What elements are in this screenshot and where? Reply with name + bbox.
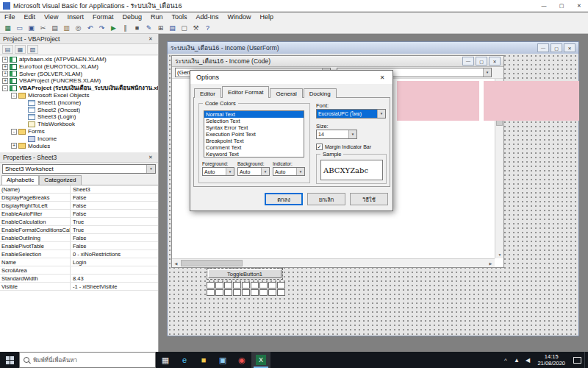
property-value[interactable]: True xyxy=(71,218,158,225)
menu-run[interactable]: Run xyxy=(146,13,168,22)
scroll-right-icon[interactable]: ▶ xyxy=(487,259,495,268)
property-value[interactable] xyxy=(71,266,158,274)
close-icon[interactable]: ✕ xyxy=(570,0,588,12)
start-button[interactable] xyxy=(0,352,19,368)
cancel-button[interactable]: ยกเลิก xyxy=(307,193,345,205)
collapse-icon[interactable]: - xyxy=(2,85,8,91)
textbox-control[interactable] xyxy=(233,282,241,289)
tree-item[interactable]: Income xyxy=(0,135,158,143)
menu-file[interactable]: File xyxy=(0,13,20,22)
property-value[interactable]: False xyxy=(71,194,158,201)
menu-window[interactable]: Window xyxy=(223,13,256,22)
property-value[interactable]: True xyxy=(71,226,158,233)
textbox-control[interactable] xyxy=(215,282,223,289)
taskbar-search[interactable]: พิมพ์ที่นี่เพื่อค้นหา xyxy=(19,352,156,368)
tree-item[interactable]: +Modules xyxy=(0,143,158,150)
color-list-item[interactable]: Breakpoint Text xyxy=(204,138,304,144)
tree-item[interactable]: Sheet1 (Income) xyxy=(0,99,158,107)
menu-edit[interactable]: Edit xyxy=(20,13,40,22)
togglebutton-control[interactable]: ToggleButton1 xyxy=(207,268,283,280)
textbox-control[interactable] xyxy=(233,289,241,296)
run-icon[interactable]: ▶ xyxy=(108,23,119,32)
textbox-control[interactable] xyxy=(224,289,232,296)
expand-icon[interactable]: + xyxy=(2,64,8,70)
color-list-item[interactable]: Normal Text xyxy=(204,111,304,118)
scrollbar-thumb[interactable] xyxy=(181,260,243,266)
cut-icon[interactable]: ✂ xyxy=(37,23,49,32)
tree-item[interactable]: ThisWorkbook xyxy=(0,121,158,128)
background-dropdown[interactable]: Auto ▼ xyxy=(237,167,270,176)
color-list-item[interactable]: Execution Point Text xyxy=(204,131,304,138)
foreground-dropdown[interactable]: Auto ▼ xyxy=(202,167,234,176)
textbox-control[interactable] xyxy=(251,289,259,296)
scroll-down-icon[interactable]: ▼ xyxy=(495,250,504,258)
color-list-item[interactable]: Selection Text xyxy=(204,118,304,124)
property-row[interactable]: EnableSelection0 - xlNoRestrictions xyxy=(0,250,158,258)
design-mode-icon[interactable]: ✎ xyxy=(143,23,154,32)
chevron-down-icon[interactable]: ▼ xyxy=(348,130,356,138)
tree-item[interactable]: +Solver (SOLVER.XLAM) xyxy=(0,71,158,78)
font-dropdown[interactable]: EucrosiaUPC (ไทย) ▼ xyxy=(316,109,386,118)
property-value[interactable]: 8.43 xyxy=(71,275,158,282)
copy-icon[interactable]: ▤ xyxy=(49,23,60,32)
userform-window-titlebar[interactable]: ระบบเงิน_เดือน16 - Income (UserForm) — ▢… xyxy=(168,42,578,54)
view-excel-icon[interactable]: ▦ xyxy=(2,23,13,32)
tree-item[interactable]: -Microsoft Excel Objects xyxy=(0,92,158,99)
redo-icon[interactable]: ↷ xyxy=(96,23,107,32)
file-explorer-icon[interactable]: ■ xyxy=(194,352,213,368)
maximize-icon[interactable]: ▢ xyxy=(551,43,562,52)
property-value[interactable]: 0 - xlNoRestrictions xyxy=(71,250,158,258)
textbox-control[interactable] xyxy=(215,289,223,296)
menu-format[interactable]: Format xyxy=(88,13,118,22)
expand-icon[interactable]: + xyxy=(2,71,8,77)
tree-item[interactable]: +EuroTool (EUROTOOL.XLAM) xyxy=(0,63,158,71)
chevron-down-icon[interactable]: ▼ xyxy=(377,110,385,118)
maximize-icon[interactable]: ▢ xyxy=(553,0,570,12)
break-icon[interactable]: ∥ xyxy=(120,23,131,32)
scroll-left-icon[interactable]: ◀ xyxy=(172,259,180,268)
expand-icon[interactable]: + xyxy=(11,143,17,149)
chevron-down-icon[interactable]: ▼ xyxy=(226,168,234,175)
close-icon[interactable]: ✕ xyxy=(564,43,576,52)
chevron-down-icon[interactable]: ▼ xyxy=(483,68,491,77)
property-value[interactable]: Login xyxy=(71,258,158,266)
tab-alphabetic[interactable]: Alphabetic xyxy=(1,175,39,185)
save-icon[interactable]: ▣ xyxy=(26,23,37,32)
close-icon[interactable]: ✕ xyxy=(372,74,392,81)
color-list-item[interactable]: Syntax Error Text xyxy=(204,124,304,131)
property-row[interactable]: StandardWidth8.43 xyxy=(0,275,158,283)
property-row[interactable]: ScrollArea xyxy=(0,266,158,275)
textbox-control[interactable] xyxy=(207,289,215,296)
textbox-control[interactable] xyxy=(277,289,285,296)
toggle-folders-icon[interactable]: ▧ xyxy=(27,45,38,54)
help-button[interactable]: วิธีใช้ xyxy=(350,193,388,205)
task-view-icon[interactable]: ▦ xyxy=(156,352,175,368)
show-desktop-button[interactable] xyxy=(584,352,588,368)
property-row[interactable]: EnableAutoFilterFalse xyxy=(0,210,158,218)
close-icon[interactable]: ✕ xyxy=(146,36,155,42)
property-row[interactable]: DisplayRightToLeftFalse xyxy=(0,202,158,210)
textbox-control[interactable] xyxy=(268,289,276,296)
tree-item[interactable]: Sheet2 (Oncost) xyxy=(0,107,158,114)
minimize-icon[interactable]: — xyxy=(535,0,553,12)
textbox-control[interactable] xyxy=(207,282,215,289)
tree-item[interactable]: -VBAProject (ระบบเงินเดือน_ระบบเงินเดือน… xyxy=(0,85,158,92)
textbox-control[interactable] xyxy=(242,289,250,296)
textbox-control[interactable] xyxy=(224,282,232,289)
property-row[interactable]: (Name)Sheet3 xyxy=(0,185,158,194)
tree-item[interactable]: +VBAProject (FUNCRES.XLAM) xyxy=(0,77,158,85)
tree-item[interactable]: -Forms xyxy=(0,128,158,135)
textbox-control[interactable] xyxy=(251,282,259,289)
close-icon[interactable]: ✕ xyxy=(489,57,501,66)
object-selector[interactable]: Sheet3 Worksheet ▼ xyxy=(2,164,156,174)
view-code-icon[interactable]: ▤ xyxy=(2,45,13,54)
collapse-icon[interactable]: - xyxy=(11,93,17,99)
color-list-item[interactable]: Comment Text xyxy=(204,144,304,151)
project-explorer-icon[interactable]: ⊞ xyxy=(155,23,166,32)
object-browser-icon[interactable]: ▢ xyxy=(179,23,190,32)
reset-icon[interactable]: ■ xyxy=(132,23,143,32)
tab-general[interactable]: General xyxy=(270,88,302,98)
view-object-icon[interactable]: ▦ xyxy=(15,45,26,54)
insert-userform-icon[interactable]: ▭ xyxy=(14,23,25,32)
menu-insert[interactable]: Insert xyxy=(62,13,88,22)
